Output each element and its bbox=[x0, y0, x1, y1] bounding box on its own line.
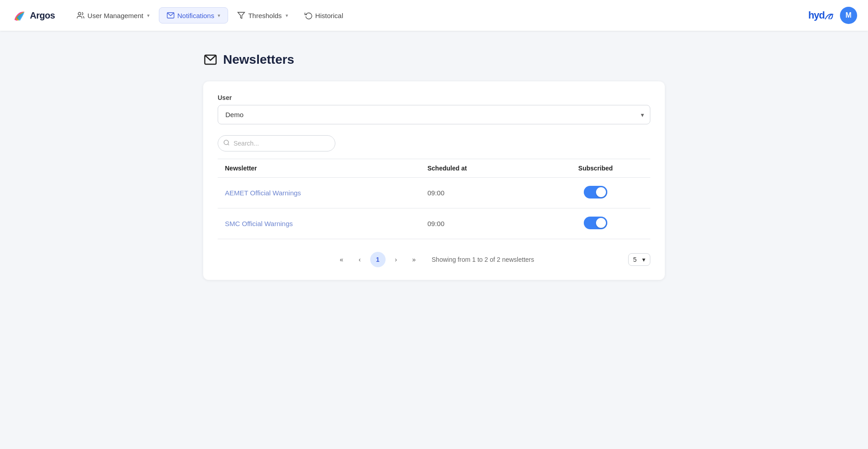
toggle-track bbox=[584, 186, 607, 199]
navbar-right: hyd M bbox=[808, 7, 857, 24]
main-content: Newsletters User Demo ▾ Newsletter bbox=[185, 52, 683, 280]
col-header-scheduled: Scheduled at bbox=[420, 159, 540, 178]
pagination-row: « ‹ 1 › » Showing from 1 to 2 of 2 newsl… bbox=[218, 252, 650, 267]
historical-icon bbox=[305, 11, 313, 19]
toggle-thumb bbox=[596, 218, 606, 228]
user-label: User bbox=[218, 94, 650, 101]
pagination-page-1[interactable]: 1 bbox=[370, 252, 386, 267]
hydro-logo: hyd bbox=[808, 9, 835, 21]
row-scheduled-time: 09:00 bbox=[420, 178, 540, 208]
col-header-subscribed: Subscribed bbox=[541, 159, 650, 178]
row-scheduled-time: 09:00 bbox=[420, 208, 540, 239]
nav-thresholds[interactable]: Thresholds ▾ bbox=[230, 8, 295, 23]
nav-historical[interactable]: Historical bbox=[297, 8, 351, 23]
svg-point-1 bbox=[78, 12, 81, 15]
svg-line-6 bbox=[228, 144, 229, 145]
row-newsletter-name: AEMET Official Warnings bbox=[218, 178, 420, 208]
subscribe-toggle[interactable] bbox=[584, 186, 607, 199]
subscribe-toggle[interactable] bbox=[584, 217, 607, 229]
user-management-icon bbox=[76, 11, 85, 19]
search-icon bbox=[223, 139, 230, 147]
newsletter-table: Newsletter Scheduled at Subscribed AEMET… bbox=[218, 159, 650, 239]
nav-historical-label: Historical bbox=[315, 12, 343, 19]
nav-user-management[interactable]: User Management ▾ bbox=[69, 8, 157, 23]
page-title: Newsletters bbox=[223, 52, 294, 67]
user-select-wrapper: Demo ▾ bbox=[218, 105, 650, 124]
logo-link[interactable]: Argos bbox=[11, 7, 55, 24]
row-toggle-cell bbox=[541, 178, 650, 208]
col-header-newsletter: Newsletter bbox=[218, 159, 420, 178]
table-row: SMC Official Warnings 09:00 bbox=[218, 208, 650, 239]
per-page-select[interactable]: 5 10 25 bbox=[633, 256, 640, 263]
pagination-prev[interactable]: ‹ bbox=[352, 252, 367, 267]
logo-bird-icon bbox=[11, 7, 27, 24]
nav-notifications[interactable]: Notifications ▾ bbox=[159, 7, 229, 24]
newsletters-icon bbox=[203, 52, 218, 67]
pagination-next[interactable]: › bbox=[388, 252, 404, 267]
svg-point-5 bbox=[224, 140, 229, 145]
navbar: Argos User Management ▾ Notifications bbox=[0, 0, 868, 31]
nav-notifications-label: Notifications bbox=[177, 12, 215, 19]
thresholds-icon bbox=[237, 11, 245, 19]
page-header: Newsletters bbox=[203, 52, 665, 67]
logo-text: Argos bbox=[30, 10, 55, 21]
notifications-icon bbox=[167, 11, 175, 19]
search-input[interactable] bbox=[218, 135, 335, 151]
row-toggle-cell bbox=[541, 208, 650, 239]
user-management-chevron: ▾ bbox=[147, 13, 150, 19]
user-select[interactable]: Demo bbox=[218, 105, 650, 124]
nav-items: User Management ▾ Notifications ▾ Thresh… bbox=[69, 7, 808, 24]
row-newsletter-name: SMC Official Warnings bbox=[218, 208, 420, 239]
thresholds-chevron: ▾ bbox=[286, 13, 288, 19]
per-page-chevron-icon: ▾ bbox=[642, 256, 645, 263]
nav-user-management-label: User Management bbox=[87, 12, 143, 19]
newsletters-card: User Demo ▾ Newsletter Scheduled at Sub bbox=[203, 81, 665, 280]
per-page-wrapper: 5 10 25 ▾ bbox=[628, 253, 650, 266]
notifications-chevron: ▾ bbox=[218, 13, 220, 19]
svg-marker-3 bbox=[238, 12, 245, 19]
toggle-thumb bbox=[596, 187, 606, 197]
table-row: AEMET Official Warnings 09:00 bbox=[218, 178, 650, 208]
user-avatar[interactable]: M bbox=[840, 7, 857, 24]
toggle-track bbox=[584, 217, 607, 229]
pagination-last[interactable]: » bbox=[406, 252, 422, 267]
pagination-first[interactable]: « bbox=[334, 252, 349, 267]
nav-thresholds-label: Thresholds bbox=[248, 12, 281, 19]
table-header-row: Newsletter Scheduled at Subscribed bbox=[218, 159, 650, 178]
search-wrapper bbox=[218, 135, 335, 151]
pagination-showing-text: Showing from 1 to 2 of 2 newsletters bbox=[432, 256, 534, 263]
